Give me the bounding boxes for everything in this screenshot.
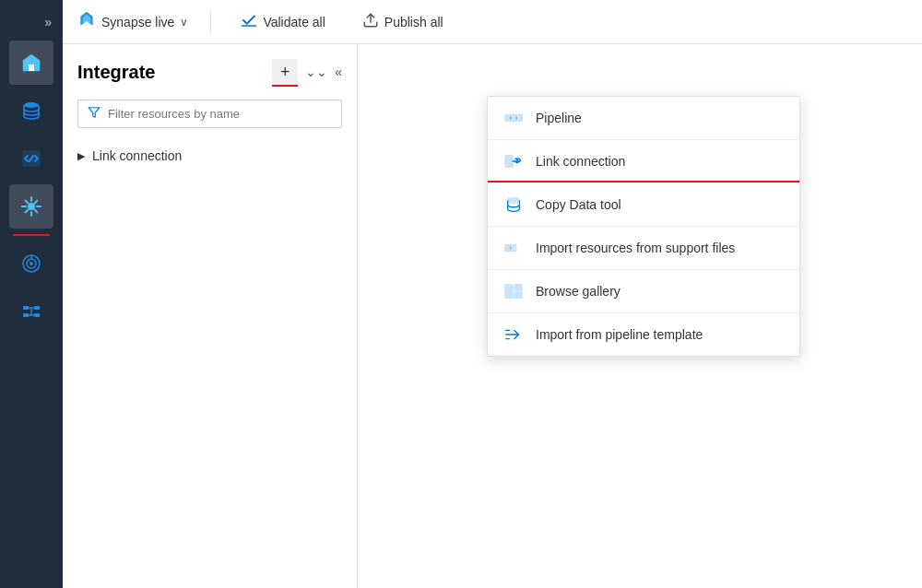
add-resource-button[interactable]: + bbox=[272, 59, 298, 85]
svg-point-27 bbox=[508, 198, 520, 204]
link-chevron-icon: ▶ bbox=[77, 150, 85, 162]
sidebar-item-integrate[interactable] bbox=[9, 184, 53, 229]
main-area: Synapse live ∨ Validate all Publish bbox=[63, 0, 922, 588]
collapse-panel-button[interactable]: « bbox=[335, 65, 342, 79]
add-resource-dropdown: Pipeline Link connection bbox=[487, 96, 800, 357]
svg-rect-28 bbox=[505, 244, 511, 251]
link-connection-menu-label: Link connection bbox=[536, 154, 625, 169]
sort-button[interactable]: ⌄⌄ bbox=[305, 65, 327, 79]
sidebar-collapse-button[interactable]: » bbox=[37, 7, 59, 37]
svg-rect-21 bbox=[505, 114, 511, 121]
svg-rect-31 bbox=[505, 285, 513, 299]
svg-rect-0 bbox=[29, 65, 34, 71]
link-connection-item[interactable]: ▶ Link connection bbox=[77, 143, 342, 169]
link-connection-label: Link connection bbox=[92, 148, 182, 163]
filter-icon bbox=[88, 106, 100, 122]
sidebar-active-indicator bbox=[13, 234, 50, 236]
import-template-label: Import from pipeline template bbox=[536, 327, 703, 342]
copy-data-icon bbox=[502, 194, 525, 215]
svg-rect-26 bbox=[505, 156, 513, 168]
validate-all-button[interactable]: Validate all bbox=[233, 8, 332, 36]
svg-rect-12 bbox=[34, 313, 40, 317]
svg-rect-10 bbox=[23, 313, 29, 317]
svg-rect-23 bbox=[517, 114, 523, 121]
import-resources-icon bbox=[502, 238, 525, 258]
integrate-title: Integrate bbox=[77, 62, 155, 83]
sidebar-item-home[interactable] bbox=[9, 41, 53, 85]
svg-point-4 bbox=[28, 203, 35, 210]
sidebar-item-data[interactable] bbox=[9, 88, 53, 133]
publish-all-button[interactable]: Publish all bbox=[355, 8, 451, 36]
synapse-chevron-icon: ∨ bbox=[180, 16, 188, 29]
import-template-icon bbox=[502, 324, 525, 345]
sidebar-item-develop[interactable] bbox=[9, 136, 53, 181]
svg-rect-32 bbox=[514, 285, 522, 290]
sidebar: » bbox=[0, 0, 63, 588]
topbar: Synapse live ∨ Validate all Publish bbox=[63, 0, 922, 44]
integrate-panel: Integrate + ⌄⌄ « bbox=[63, 44, 358, 588]
integrate-header: Integrate + ⌄⌄ « bbox=[77, 59, 342, 85]
pipeline-icon bbox=[502, 108, 525, 128]
content-area: Integrate + ⌄⌄ « bbox=[63, 44, 922, 588]
svg-marker-20 bbox=[89, 108, 100, 118]
svg-point-7 bbox=[30, 262, 33, 265]
sidebar-item-monitor[interactable] bbox=[9, 241, 53, 286]
dropdown-item-copy-data[interactable]: Copy Data tool bbox=[488, 183, 799, 227]
sort-icon: ⌄⌄ bbox=[305, 65, 327, 79]
dropdown-item-import-resources[interactable]: Import resources from support files bbox=[488, 227, 799, 270]
topbar-divider bbox=[210, 11, 211, 33]
copy-data-label: Copy Data tool bbox=[536, 197, 621, 212]
integrate-actions: + ⌄⌄ « bbox=[272, 59, 342, 85]
svg-rect-11 bbox=[34, 306, 40, 310]
svg-point-1 bbox=[24, 102, 39, 108]
browse-gallery-label: Browse gallery bbox=[536, 284, 621, 299]
svg-rect-9 bbox=[23, 306, 29, 310]
validate-label: Validate all bbox=[263, 15, 325, 29]
browse-gallery-icon bbox=[502, 281, 525, 301]
plus-icon: + bbox=[280, 63, 290, 82]
svg-rect-22 bbox=[511, 114, 516, 121]
dropdown-item-browse-gallery[interactable]: Browse gallery bbox=[488, 270, 799, 313]
dropdown-item-pipeline[interactable]: Pipeline bbox=[488, 97, 799, 140]
publish-icon bbox=[362, 12, 379, 32]
import-resources-label: Import resources from support files bbox=[536, 241, 735, 255]
filter-input[interactable] bbox=[108, 107, 332, 121]
publish-label: Publish all bbox=[384, 15, 443, 29]
synapse-label: Synapse live bbox=[101, 15, 174, 29]
link-connection-icon bbox=[502, 151, 525, 171]
svg-rect-33 bbox=[514, 292, 522, 298]
sidebar-item-manage[interactable] bbox=[9, 289, 53, 334]
synapse-icon bbox=[77, 10, 96, 33]
dropdown-item-link-connection[interactable]: Link connection bbox=[488, 140, 799, 183]
dropdown-item-import-template[interactable]: Import from pipeline template bbox=[488, 313, 799, 356]
svg-rect-29 bbox=[511, 244, 516, 251]
collapse-icon: « bbox=[335, 65, 342, 79]
synapse-workspace-selector[interactable]: Synapse live ∨ bbox=[77, 10, 188, 33]
validate-icon bbox=[241, 12, 257, 32]
filter-box[interactable] bbox=[77, 100, 342, 128]
pipeline-label: Pipeline bbox=[536, 111, 582, 125]
